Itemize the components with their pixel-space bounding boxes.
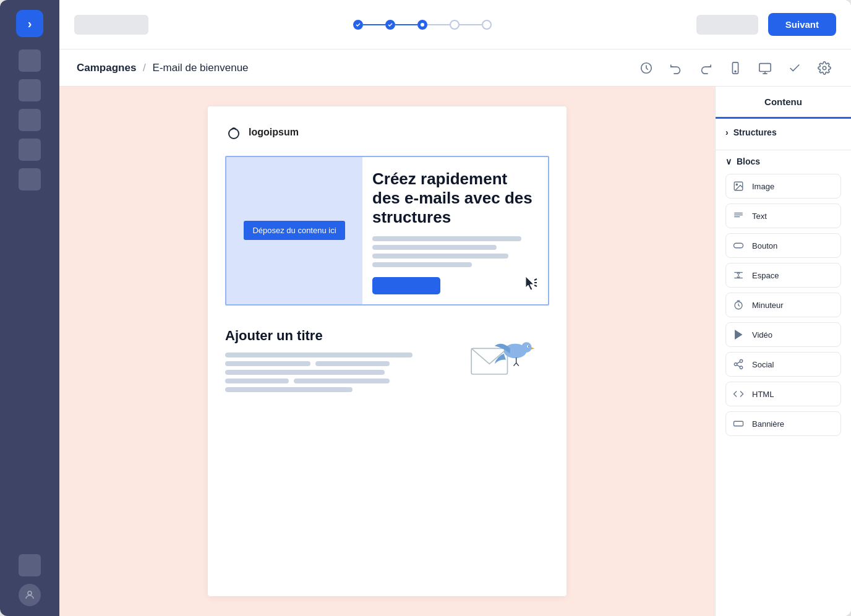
svg-line-9 [534,279,537,280]
bloc-banniere[interactable]: Bannière [725,411,841,436]
bloc-text[interactable]: Text [725,203,841,228]
blocs-chevron: ∨ [725,156,732,166]
desktop-preview-icon[interactable] [756,59,774,77]
email-block-2: Ajouter un titre [225,318,549,404]
tab-contenu[interactable]: Contenu [716,87,851,119]
sidebar-icon-4[interactable] [19,139,41,161]
bird-illustration [450,328,549,390]
right-panel: Contenu › Structures ∨ Blocs [715,87,851,616]
bloc-video[interactable]: Vidéo [725,322,841,347]
check-icon[interactable] [785,59,804,77]
step-1[interactable] [353,20,363,30]
email-cta-button[interactable] [372,277,440,294]
email-body-lines [372,236,538,267]
structures-toggle[interactable]: › Structures [725,127,841,137]
history-icon[interactable] [637,59,656,77]
body-line-3 [372,254,508,259]
svg-rect-10 [471,348,507,374]
sidebar-icon-2[interactable] [19,79,41,101]
email-block2-title: Ajouter un titre [225,328,438,344]
html-icon [732,388,745,400]
step-line-4 [460,24,482,25]
stepper [158,20,686,30]
image-icon [732,180,745,192]
svg-point-32 [734,363,737,366]
main-content: Suivant Campagnes / E-mail de bienvenue [59,0,851,616]
svg-point-33 [740,366,743,369]
undo-icon[interactable] [667,59,685,77]
breadcrumb-sep: / [143,62,146,74]
structures-chevron: › [725,127,729,137]
svg-point-14 [528,346,529,347]
logo-text: logoipsum [249,127,299,138]
email-block-1[interactable]: Déposez du contenu ici Créez rapidement … [225,156,549,306]
step-4[interactable] [450,20,460,30]
drop-zone-label: Déposez du contenu ici [244,221,344,240]
bloc-html[interactable]: HTML [725,382,841,406]
bloc-text-label: Text [752,212,767,221]
minuteur-icon [732,299,745,311]
sidebar-user-avatar[interactable] [19,584,41,606]
svg-line-18 [516,362,519,366]
breadcrumb-page: E-mail de bienvenue [153,62,249,74]
breadcrumb-campaigns[interactable]: Campagnes [77,62,136,74]
body2-line-4b [294,379,390,383]
svg-point-0 [28,591,32,595]
bloc-espace[interactable]: Espace [725,263,841,288]
sidebar-icon-3[interactable] [19,109,41,131]
body2-line-3 [225,370,385,375]
mobile-preview-icon[interactable] [726,59,745,77]
bloc-social-label: Social [752,360,774,369]
video-icon [732,328,745,341]
svg-point-3 [735,71,736,72]
email-header: logoipsum [225,124,549,141]
body-line-1 [372,236,521,241]
bloc-espace-label: Espace [752,271,779,280]
body2-line-2a [225,361,310,366]
step-3[interactable] [417,20,427,30]
svg-point-5 [823,66,826,70]
sidebar-icon-1[interactable] [19,49,41,72]
topbar-right-placeholder [696,15,758,35]
bloc-minuteur[interactable]: Minuteur [725,293,841,317]
sidebar-icon-5[interactable] [19,168,41,190]
blocs-label: Blocs [737,156,760,166]
breadcrumb: Campagnes / E-mail de bienvenue [77,62,249,74]
bloc-video-label: Vidéo [752,330,772,340]
editor-area: logoipsum Déposez du contenu ici Créez r… [59,87,851,616]
bloc-social[interactable]: Social [725,352,841,377]
email-content-right: Créez rapidement des e-mails avec des st… [362,157,548,304]
svg-rect-24 [734,243,743,248]
drop-zone[interactable]: Déposez du contenu ici [226,157,362,304]
step-5[interactable] [482,20,492,30]
blocs-toggle[interactable]: ∨ Blocs [725,156,841,166]
topbar: Suivant [59,0,851,49]
bloc-bouton[interactable]: Bouton [725,233,841,258]
canvas-area: logoipsum Déposez du contenu ici Créez r… [59,87,715,616]
body2-line-4a [225,379,289,383]
svg-line-34 [737,365,740,367]
redo-icon[interactable] [696,59,715,77]
text-icon [732,210,745,222]
structures-label: Structures [733,127,777,137]
logo-svg-icon [225,124,242,141]
sidebar-icon-6[interactable] [19,554,41,576]
settings-icon[interactable] [815,59,834,77]
bloc-banniere-label: Bannière [752,419,784,429]
step-2[interactable] [385,20,395,30]
suivant-button[interactable]: Suivant [768,13,836,36]
bloc-image[interactable]: Image [725,174,841,199]
svg-line-17 [514,362,516,366]
svg-point-6 [229,129,239,139]
bloc-html-label: HTML [752,390,774,399]
svg-rect-4 [759,63,771,71]
step-line-1 [363,24,385,25]
svg-line-8 [534,285,537,286]
sidebar-logo[interactable]: › [16,10,43,37]
body2-line-1 [225,353,413,357]
step-line-3 [427,24,450,25]
breadcrumb-actions [637,59,834,77]
panel-divider-1 [716,150,851,150]
email-block2-text: Ajouter un titre [225,328,438,392]
bloc-bouton-label: Bouton [752,241,777,250]
